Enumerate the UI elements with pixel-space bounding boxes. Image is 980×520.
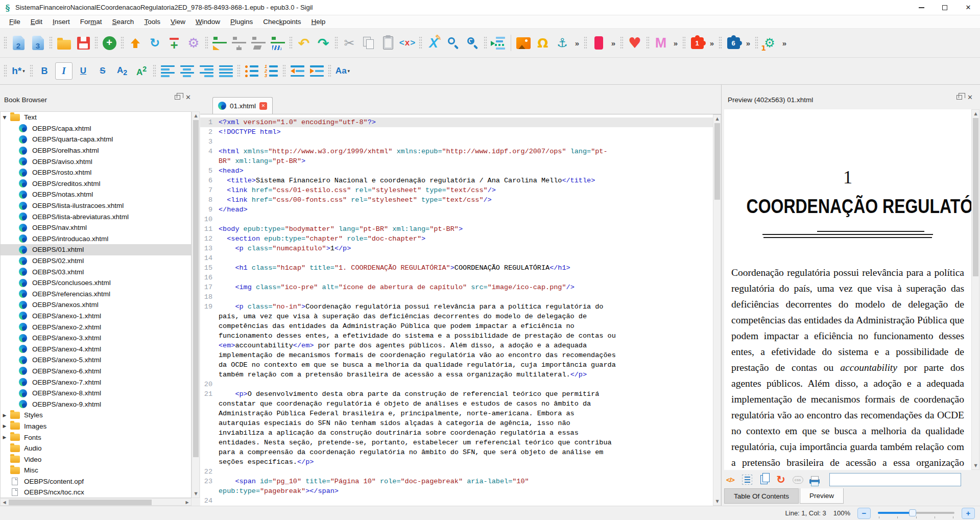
- float-panel-icon[interactable]: [957, 95, 962, 100]
- underline-icon[interactable]: U: [75, 62, 92, 80]
- mend-code-icon[interactable]: X✎: [424, 33, 443, 53]
- insert-split-marker-icon[interactable]: [268, 33, 288, 53]
- scroll-up-icon[interactable]: ▲: [713, 115, 721, 123]
- code-line[interactable]: 21 <p>O desenvolvimento desta obra parte…: [200, 389, 713, 399]
- code-line[interactable]: 14: [200, 253, 713, 263]
- zoom-slider[interactable]: [878, 508, 954, 519]
- maximize-button[interactable]: [933, 0, 957, 15]
- book-browser-vertical-scrollbar[interactable]: ▲ ▼: [192, 111, 200, 498]
- code-line[interactable]: 15 <h1 class="h1cap" title="1. COORDENAÇ…: [200, 263, 713, 273]
- code-line[interactable]: 22: [200, 467, 713, 477]
- tree-item[interactable]: OEBPS/anexo-4.xhtml: [1, 343, 191, 354]
- insert-id-icon[interactable]: ⚓: [553, 33, 572, 53]
- undo-icon[interactable]: ↶: [294, 33, 314, 53]
- zoom-slider-handle[interactable]: [909, 509, 916, 516]
- reload-icon[interactable]: ↻: [145, 33, 164, 53]
- collapse-icon[interactable]: ▼: [1, 115, 9, 120]
- code-line[interactable]: 7 <link href="css/01-estilo.css" rel="st…: [200, 185, 713, 195]
- new-blank-file-icon[interactable]: +: [100, 33, 119, 53]
- tree-item[interactable]: OEBPS/content.opf: [1, 476, 191, 487]
- menu-checkpoints[interactable]: Checkpoints: [258, 16, 306, 27]
- code-line[interactable]: 17 <img class="ico-pre" alt="ícone de ab…: [200, 282, 713, 292]
- scroll-up-icon[interactable]: ▲: [192, 112, 200, 120]
- insert-image-icon[interactable]: [514, 33, 533, 53]
- preview-copy-icon[interactable]: [758, 474, 770, 486]
- code-line[interactable]: inviabiliza a aplicação da construção do…: [200, 428, 713, 438]
- tree-item[interactable]: ▼Text: [1, 112, 191, 123]
- code-line[interactable]: competências das entidades da Administra…: [200, 321, 713, 331]
- book-browser-horizontal-scrollbar[interactable]: ◀ ▶: [0, 498, 192, 506]
- code-line[interactable]: também relação com a pretensão brasileir…: [200, 370, 713, 380]
- menu-window[interactable]: Window: [190, 16, 225, 27]
- tree-item[interactable]: ▶Images: [1, 421, 191, 432]
- tab-preview[interactable]: Preview: [800, 488, 844, 504]
- plugin-6-icon[interactable]: 6: [724, 33, 743, 53]
- tree-item[interactable]: OEBPS/anexo-2.xhtml: [1, 321, 191, 333]
- code-line[interactable]: 16: [200, 273, 713, 282]
- outdent-icon[interactable]: [289, 62, 306, 80]
- code-line[interactable]: 2<!DOCTYPE html>: [200, 127, 713, 137]
- split-after-icon[interactable]: [249, 33, 268, 53]
- new-epub2-icon[interactable]: 2: [9, 33, 28, 53]
- tab-01-xhtml[interactable]: 01.xhtml ✕: [212, 97, 273, 114]
- bold-icon[interactable]: B: [36, 62, 53, 80]
- float-panel-icon[interactable]: [175, 95, 180, 100]
- code-line[interactable]: 19 <p class="no-in">Coordenação regulató…: [200, 302, 713, 312]
- bookmark-icon[interactable]: [589, 33, 608, 53]
- scroll-right-icon[interactable]: ▶: [183, 499, 191, 506]
- code-line[interactable]: 4<html xmlns="http://www.w3.org/1999/xht…: [200, 147, 713, 156]
- expand-icon[interactable]: ▶: [1, 435, 9, 440]
- code-line[interactable]: autarquias especiais do SFN não tenham s…: [200, 418, 713, 428]
- tree-item[interactable]: OEBPS/anexo-1.xhtml: [1, 311, 191, 322]
- menu-insert[interactable]: Insert: [47, 16, 75, 27]
- code-line[interactable]: funcionamento desses entes, a efetividad…: [200, 331, 713, 341]
- align-left-icon[interactable]: [159, 62, 176, 80]
- numbered-list-icon[interactable]: 123: [262, 62, 280, 80]
- indent-icon[interactable]: [308, 62, 325, 80]
- align-justify-icon[interactable]: [217, 62, 234, 80]
- plugin-m-icon[interactable]: M: [651, 33, 671, 53]
- overflow-chevron[interactable]: »: [608, 39, 618, 48]
- code-line[interactable]: entidades. Nesta seção, pretende-se, por…: [200, 438, 713, 447]
- tree-item[interactable]: OEBPS/lista-abreviaturas.xhtml: [1, 211, 191, 222]
- tree-item[interactable]: OEBPS/aviso.xhtml: [1, 156, 191, 167]
- special-find-icon[interactable]: ♥: [463, 33, 482, 53]
- tree-item[interactable]: OEBPS/03.xhtml: [1, 266, 191, 277]
- code-line[interactable]: implementação de mecanismos formais de c…: [200, 350, 713, 360]
- close-panel-icon[interactable]: ✕: [185, 94, 191, 101]
- code-line[interactable]: 20: [200, 380, 713, 389]
- tree-item[interactable]: OEBPS/rosto.xhtml: [1, 167, 191, 178]
- donate-icon[interactable]: ♥: [625, 33, 644, 53]
- open-icon[interactable]: [54, 33, 74, 53]
- tree-item[interactable]: OEBPS/orelhas.xhtml: [1, 145, 191, 156]
- tree-item[interactable]: OEBPS/notas.xhtml: [1, 189, 191, 200]
- scroll-down-icon[interactable]: ▼: [192, 490, 200, 498]
- align-center-icon[interactable]: [178, 62, 196, 80]
- tree-item[interactable]: OEBPS/anexo-6.xhtml: [1, 366, 191, 377]
- code-line[interactable]: BR" xml:lang="pt-BR">: [200, 156, 713, 166]
- heading-style-icon[interactable]: h*▾: [10, 62, 27, 80]
- editor-vertical-scrollbar[interactable]: ▲ ▼: [713, 114, 721, 506]
- copy-icon[interactable]: [359, 33, 378, 53]
- minimize-button[interactable]: [910, 0, 933, 15]
- overflow-chevron[interactable]: »: [743, 39, 753, 48]
- tree-item[interactable]: OEBPS/referencias.xhtml: [1, 289, 191, 300]
- insert-file-icon[interactable]: +: [164, 33, 184, 53]
- code-line[interactable]: da OCDE no contexto em que se busca a me…: [200, 360, 713, 370]
- tab-table-of-contents[interactable]: Table Of Contents: [724, 488, 799, 504]
- tree-item[interactable]: Misc: [1, 465, 191, 476]
- scroll-up-icon[interactable]: ▲: [972, 110, 979, 117]
- menu-file[interactable]: File: [4, 16, 26, 27]
- tree-item[interactable]: OEBPS/02.xhtml: [1, 255, 191, 267]
- change-case-icon[interactable]: Aa▾: [334, 62, 351, 80]
- code-line[interactable]: 24: [200, 496, 713, 506]
- align-right-icon[interactable]: [198, 62, 215, 80]
- preview-inspect-icon[interactable]: [741, 474, 753, 486]
- expand-icon[interactable]: ▶: [1, 413, 9, 418]
- zoom-out-button[interactable]: −: [857, 508, 871, 519]
- preview-address-input[interactable]: [829, 473, 961, 486]
- code-line[interactable]: país, uma vez que visa à superação das d…: [200, 312, 713, 321]
- close-panel-icon[interactable]: ✕: [967, 94, 973, 101]
- preview-refresh-icon[interactable]: ↻: [775, 474, 787, 486]
- superscript-icon[interactable]: A2: [133, 62, 150, 80]
